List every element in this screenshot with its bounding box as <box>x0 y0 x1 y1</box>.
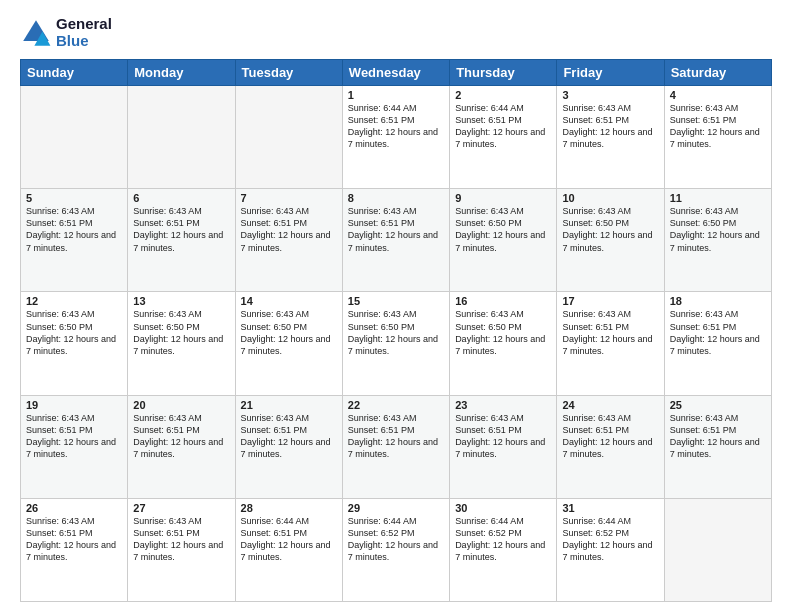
day-cell: 8Sunrise: 6:43 AMSunset: 6:51 PMDaylight… <box>342 189 449 292</box>
day-info: Sunrise: 6:44 AMSunset: 6:51 PMDaylight:… <box>455 102 551 151</box>
day-number: 12 <box>26 295 122 307</box>
day-info: Sunrise: 6:43 AMSunset: 6:51 PMDaylight:… <box>455 412 551 461</box>
day-cell: 15Sunrise: 6:43 AMSunset: 6:50 PMDayligh… <box>342 292 449 395</box>
day-info: Sunrise: 6:43 AMSunset: 6:50 PMDaylight:… <box>455 308 551 357</box>
day-number: 4 <box>670 89 766 101</box>
day-info: Sunrise: 6:44 AMSunset: 6:52 PMDaylight:… <box>455 515 551 564</box>
day-cell: 5Sunrise: 6:43 AMSunset: 6:51 PMDaylight… <box>21 189 128 292</box>
day-number: 1 <box>348 89 444 101</box>
day-number: 6 <box>133 192 229 204</box>
day-number: 24 <box>562 399 658 411</box>
day-info: Sunrise: 6:43 AMSunset: 6:51 PMDaylight:… <box>26 412 122 461</box>
day-info: Sunrise: 6:43 AMSunset: 6:50 PMDaylight:… <box>241 308 337 357</box>
day-number: 14 <box>241 295 337 307</box>
day-info: Sunrise: 6:43 AMSunset: 6:51 PMDaylight:… <box>133 515 229 564</box>
day-number: 18 <box>670 295 766 307</box>
day-info: Sunrise: 6:43 AMSunset: 6:51 PMDaylight:… <box>670 102 766 151</box>
day-info: Sunrise: 6:43 AMSunset: 6:51 PMDaylight:… <box>26 515 122 564</box>
day-number: 28 <box>241 502 337 514</box>
day-cell: 28Sunrise: 6:44 AMSunset: 6:51 PMDayligh… <box>235 498 342 601</box>
day-cell: 13Sunrise: 6:43 AMSunset: 6:50 PMDayligh… <box>128 292 235 395</box>
day-info: Sunrise: 6:43 AMSunset: 6:50 PMDaylight:… <box>455 205 551 254</box>
day-cell: 26Sunrise: 6:43 AMSunset: 6:51 PMDayligh… <box>21 498 128 601</box>
logo-icon <box>20 17 52 49</box>
day-number: 16 <box>455 295 551 307</box>
day-number: 27 <box>133 502 229 514</box>
day-cell: 23Sunrise: 6:43 AMSunset: 6:51 PMDayligh… <box>450 395 557 498</box>
day-info: Sunrise: 6:43 AMSunset: 6:51 PMDaylight:… <box>562 102 658 151</box>
day-cell: 25Sunrise: 6:43 AMSunset: 6:51 PMDayligh… <box>664 395 771 498</box>
week-row-2: 12Sunrise: 6:43 AMSunset: 6:50 PMDayligh… <box>21 292 772 395</box>
week-row-1: 5Sunrise: 6:43 AMSunset: 6:51 PMDaylight… <box>21 189 772 292</box>
day-info: Sunrise: 6:43 AMSunset: 6:51 PMDaylight:… <box>562 308 658 357</box>
day-cell: 6Sunrise: 6:43 AMSunset: 6:51 PMDaylight… <box>128 189 235 292</box>
day-cell: 21Sunrise: 6:43 AMSunset: 6:51 PMDayligh… <box>235 395 342 498</box>
weekday-header-thursday: Thursday <box>450 60 557 86</box>
page: General Blue SundayMondayTuesdayWednesda… <box>0 0 792 612</box>
day-cell: 22Sunrise: 6:43 AMSunset: 6:51 PMDayligh… <box>342 395 449 498</box>
day-number: 19 <box>26 399 122 411</box>
day-number: 17 <box>562 295 658 307</box>
day-number: 3 <box>562 89 658 101</box>
day-cell: 12Sunrise: 6:43 AMSunset: 6:50 PMDayligh… <box>21 292 128 395</box>
day-number: 30 <box>455 502 551 514</box>
day-cell: 7Sunrise: 6:43 AMSunset: 6:51 PMDaylight… <box>235 189 342 292</box>
day-cell <box>664 498 771 601</box>
day-info: Sunrise: 6:43 AMSunset: 6:51 PMDaylight:… <box>133 205 229 254</box>
weekday-header-friday: Friday <box>557 60 664 86</box>
weekday-header-tuesday: Tuesday <box>235 60 342 86</box>
day-cell: 1Sunrise: 6:44 AMSunset: 6:51 PMDaylight… <box>342 86 449 189</box>
weekday-header-monday: Monday <box>128 60 235 86</box>
day-number: 5 <box>26 192 122 204</box>
day-cell: 10Sunrise: 6:43 AMSunset: 6:50 PMDayligh… <box>557 189 664 292</box>
week-row-4: 26Sunrise: 6:43 AMSunset: 6:51 PMDayligh… <box>21 498 772 601</box>
weekday-header-row: SundayMondayTuesdayWednesdayThursdayFrid… <box>21 60 772 86</box>
day-number: 11 <box>670 192 766 204</box>
weekday-header-wednesday: Wednesday <box>342 60 449 86</box>
day-info: Sunrise: 6:44 AMSunset: 6:52 PMDaylight:… <box>562 515 658 564</box>
week-row-3: 19Sunrise: 6:43 AMSunset: 6:51 PMDayligh… <box>21 395 772 498</box>
day-cell: 24Sunrise: 6:43 AMSunset: 6:51 PMDayligh… <box>557 395 664 498</box>
day-number: 26 <box>26 502 122 514</box>
day-cell: 17Sunrise: 6:43 AMSunset: 6:51 PMDayligh… <box>557 292 664 395</box>
day-cell: 14Sunrise: 6:43 AMSunset: 6:50 PMDayligh… <box>235 292 342 395</box>
day-number: 8 <box>348 192 444 204</box>
day-cell: 29Sunrise: 6:44 AMSunset: 6:52 PMDayligh… <box>342 498 449 601</box>
day-number: 31 <box>562 502 658 514</box>
day-cell: 31Sunrise: 6:44 AMSunset: 6:52 PMDayligh… <box>557 498 664 601</box>
day-cell <box>128 86 235 189</box>
day-number: 10 <box>562 192 658 204</box>
day-info: Sunrise: 6:43 AMSunset: 6:51 PMDaylight:… <box>133 412 229 461</box>
day-cell: 20Sunrise: 6:43 AMSunset: 6:51 PMDayligh… <box>128 395 235 498</box>
day-info: Sunrise: 6:43 AMSunset: 6:51 PMDaylight:… <box>241 205 337 254</box>
week-row-0: 1Sunrise: 6:44 AMSunset: 6:51 PMDaylight… <box>21 86 772 189</box>
day-cell: 2Sunrise: 6:44 AMSunset: 6:51 PMDaylight… <box>450 86 557 189</box>
day-info: Sunrise: 6:43 AMSunset: 6:50 PMDaylight:… <box>133 308 229 357</box>
day-number: 22 <box>348 399 444 411</box>
day-info: Sunrise: 6:43 AMSunset: 6:51 PMDaylight:… <box>670 412 766 461</box>
weekday-header-sunday: Sunday <box>21 60 128 86</box>
logo-text: General Blue <box>56 16 112 49</box>
day-cell <box>21 86 128 189</box>
day-number: 7 <box>241 192 337 204</box>
day-info: Sunrise: 6:43 AMSunset: 6:51 PMDaylight:… <box>26 205 122 254</box>
day-number: 23 <box>455 399 551 411</box>
day-cell <box>235 86 342 189</box>
day-number: 29 <box>348 502 444 514</box>
day-number: 25 <box>670 399 766 411</box>
day-number: 15 <box>348 295 444 307</box>
day-info: Sunrise: 6:43 AMSunset: 6:50 PMDaylight:… <box>670 205 766 254</box>
header: General Blue <box>20 16 772 49</box>
day-info: Sunrise: 6:44 AMSunset: 6:51 PMDaylight:… <box>348 102 444 151</box>
day-cell: 4Sunrise: 6:43 AMSunset: 6:51 PMDaylight… <box>664 86 771 189</box>
day-number: 20 <box>133 399 229 411</box>
day-info: Sunrise: 6:43 AMSunset: 6:51 PMDaylight:… <box>670 308 766 357</box>
day-cell: 18Sunrise: 6:43 AMSunset: 6:51 PMDayligh… <box>664 292 771 395</box>
day-cell: 16Sunrise: 6:43 AMSunset: 6:50 PMDayligh… <box>450 292 557 395</box>
logo: General Blue <box>20 16 112 49</box>
day-info: Sunrise: 6:44 AMSunset: 6:51 PMDaylight:… <box>241 515 337 564</box>
day-cell: 9Sunrise: 6:43 AMSunset: 6:50 PMDaylight… <box>450 189 557 292</box>
day-info: Sunrise: 6:43 AMSunset: 6:51 PMDaylight:… <box>241 412 337 461</box>
day-info: Sunrise: 6:43 AMSunset: 6:50 PMDaylight:… <box>562 205 658 254</box>
day-number: 21 <box>241 399 337 411</box>
